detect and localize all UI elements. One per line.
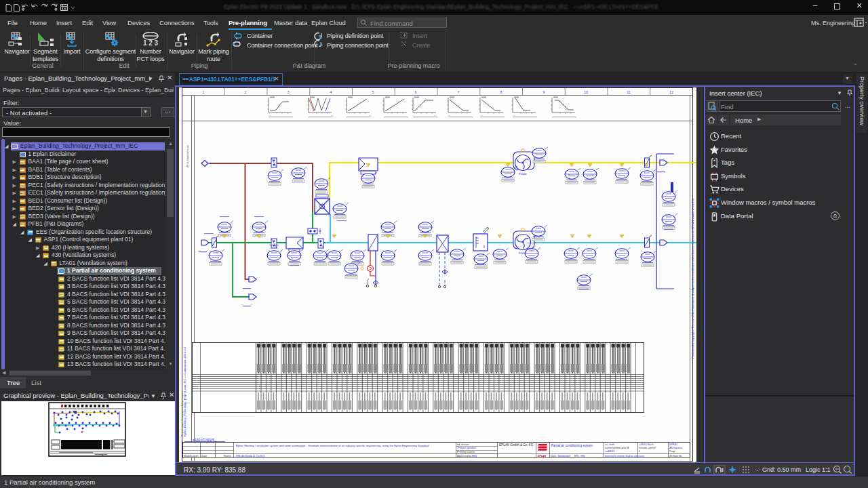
- svg-text:AS Ingures: AS Ingures: [669, 447, 682, 449]
- svg-text:Approved by: Approved by: [457, 455, 471, 458]
- svg-text:scene(system-plan B: scene(system-plan B: [605, 447, 629, 449]
- svg-text:11: 11: [627, 90, 631, 94]
- svg-text:Date: Date: [201, 454, 208, 458]
- svg-text:==_both-: ==_both-: [605, 443, 616, 446]
- svg-text:996: 996: [580, 455, 585, 458]
- svg-text:7: 7: [457, 90, 459, 94]
- svg-text:Intrado- parser: Intrado- parser: [639, 447, 656, 449]
- svg-text:9: 9: [542, 90, 545, 94]
- svg-text:1: 1: [202, 90, 204, 94]
- svg-text:+30 outdoor/exhaust: +30 outdoor/exhaust: [186, 144, 189, 169]
- svg-text:10: 10: [584, 90, 588, 94]
- svg-text:12: 12: [669, 90, 673, 94]
- svg-text:8: 8: [500, 90, 502, 94]
- svg-text:EPLAN: EPLAN: [538, 455, 547, 458]
- svg-text:Intersects rewrite shakes stru: Intersects rewrite shakes structure: [605, 455, 644, 458]
- svg-text:Name: Name: [224, 454, 231, 458]
- svg-text:5: 5: [372, 90, 374, 94]
- svg-text:-Project speaker-: -Project speaker-: [457, 447, 477, 449]
- svg-text:=430.VT.N01/5: =430.VT.N01/5: [193, 439, 214, 442]
- svg-text:BK4: BK4: [472, 455, 477, 458]
- svg-text:Eplan 'Heating / ventilation s: Eplan 'Heating / ventilation system and …: [236, 444, 429, 447]
- svg-text:16/03/2023: 16/03/2023: [557, 455, 570, 458]
- svg-text:Modification: Modification: [184, 454, 198, 458]
- svg-text:3: 3: [287, 90, 289, 94]
- svg-text:ed. lecture: ed. lecture: [457, 443, 469, 446]
- svg-text:6: 6: [414, 90, 416, 94]
- svg-text:F2001: F2001: [519, 172, 528, 176]
- svg-text:Project name: Commission:: Project name: Commission: Eplan version:: [181, 390, 184, 436]
- svg-text:Partial air conditioning syste: Partial air conditioning system: [551, 444, 593, 447]
- svg-text:EPLAN GmbH & Co. KG: EPLAN GmbH & Co. KG: [499, 443, 534, 447]
- svg-text:Protected by copyright. The us: Protected by copyright. The use of this …: [691, 199, 694, 359]
- svg-text:4: 4: [639, 450, 640, 453]
- svg-text:+430.0 Nach: +430.0 Nach: [639, 443, 654, 446]
- svg-text:Printing scarcer: Printing scarcer: [457, 451, 475, 453]
- svg-text:20 Rain 60: 20 Rain 60: [669, 455, 682, 458]
- svg-text:Date: Date: [551, 455, 556, 458]
- svg-text:WS derlande & Co.KG: WS derlande & Co.KG: [236, 454, 264, 458]
- svg-text:&PFB1: &PFB1: [669, 443, 677, 446]
- svg-text:2: 2: [244, 90, 246, 94]
- svg-text:EPL: EPL: [574, 455, 579, 458]
- svg-text:==EES3: ==EES3: [605, 450, 614, 453]
- svg-text:Page: Page: [669, 450, 675, 453]
- svg-text:4: 4: [330, 90, 332, 94]
